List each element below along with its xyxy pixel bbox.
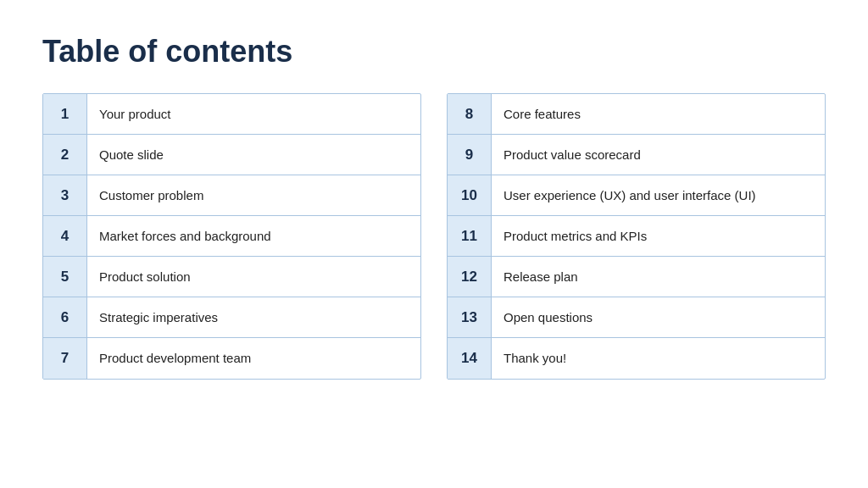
toc-number: 5 xyxy=(43,257,87,297)
toc-row: 2Quote slide xyxy=(43,135,420,175)
toc-label: Release plan xyxy=(492,260,590,294)
toc-row: 5Product solution xyxy=(43,257,420,297)
toc-number: 10 xyxy=(448,175,492,215)
toc-label: Product value scorecard xyxy=(492,138,653,172)
toc-label: Product metrics and KPIs xyxy=(492,219,659,253)
toc-row: 3Customer problem xyxy=(43,175,420,216)
toc-number: 11 xyxy=(448,216,492,256)
toc-row: 8Core features xyxy=(448,94,825,135)
toc-row: 10User experience (UX) and user interfac… xyxy=(448,175,825,216)
toc-row: 6Strategic imperatives xyxy=(43,297,420,338)
toc-label: Customer problem xyxy=(87,179,215,213)
toc-label: Strategic imperatives xyxy=(87,301,230,335)
toc-label: Quote slide xyxy=(87,138,175,172)
toc-row: 11Product metrics and KPIs xyxy=(448,216,825,257)
toc-label: Product solution xyxy=(87,260,203,294)
toc-number: 12 xyxy=(448,257,492,297)
toc-number: 9 xyxy=(448,135,492,175)
toc-row: 9Product value scorecard xyxy=(448,135,825,175)
toc-row: 1Your product xyxy=(43,94,420,135)
toc-label: Core features xyxy=(492,97,593,131)
toc-row: 13Open questions xyxy=(448,297,825,338)
toc-label: Product development team xyxy=(87,341,263,375)
toc-number: 6 xyxy=(43,297,87,337)
toc-label: Your product xyxy=(87,97,183,131)
toc-number: 13 xyxy=(448,297,492,337)
toc-right-column: 8Core features9Product value scorecard10… xyxy=(447,93,826,380)
toc-label: Open questions xyxy=(492,301,604,335)
toc-container: 1Your product2Quote slide3Customer probl… xyxy=(42,93,826,380)
page-title: Table of contents xyxy=(42,34,826,69)
toc-label: Market forces and background xyxy=(87,219,283,253)
toc-row: 4Market forces and background xyxy=(43,216,420,257)
toc-number: 14 xyxy=(448,338,492,379)
toc-row: 12Release plan xyxy=(448,257,825,297)
toc-number: 8 xyxy=(448,94,492,134)
toc-row: 14Thank you! xyxy=(448,338,825,379)
toc-label: Thank you! xyxy=(492,341,578,375)
toc-number: 7 xyxy=(43,338,87,379)
toc-left-column: 1Your product2Quote slide3Customer probl… xyxy=(42,93,421,380)
toc-label: User experience (UX) and user interface … xyxy=(492,179,768,213)
toc-row: 7Product development team xyxy=(43,338,420,379)
toc-number: 3 xyxy=(43,175,87,215)
toc-number: 4 xyxy=(43,216,87,256)
toc-number: 1 xyxy=(43,94,87,134)
toc-number: 2 xyxy=(43,135,87,175)
page: Table of contents 1Your product2Quote sl… xyxy=(0,0,868,488)
